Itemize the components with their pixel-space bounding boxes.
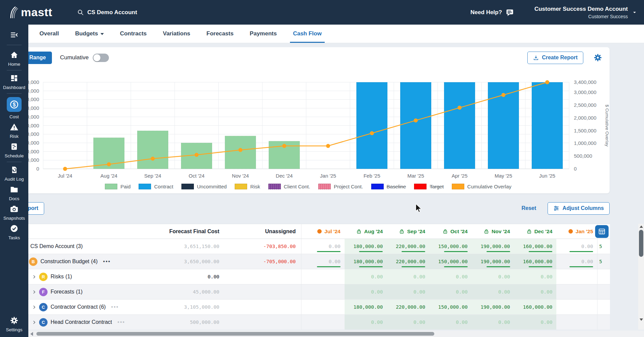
month-cell[interactable]: 180,000.00 bbox=[345, 300, 387, 314]
month-cell[interactable]: 150,000.00 bbox=[429, 300, 472, 314]
month-cell[interactable]: 220,000.00 bbox=[387, 254, 429, 269]
month-cell[interactable] bbox=[301, 315, 345, 330]
legend-item-uncommitted[interactable]: Uncommitted bbox=[181, 184, 227, 189]
column-month[interactable]: Dec '24 bbox=[514, 224, 557, 239]
sidebar-item-snapshots[interactable]: Snapshots bbox=[0, 205, 28, 221]
tab-variations[interactable]: Variations bbox=[162, 25, 191, 43]
month-cell[interactable]: 0.00 bbox=[301, 239, 345, 254]
expand-chevron-icon[interactable] bbox=[30, 290, 38, 294]
horizontal-scrollbar[interactable] bbox=[28, 331, 644, 337]
month-cell[interactable]: 190,000.00 bbox=[472, 239, 514, 254]
row-menu-icon[interactable]: ••• bbox=[117, 319, 125, 325]
tab-overall[interactable]: Overall bbox=[38, 25, 60, 43]
chart-settings-gear-icon[interactable] bbox=[593, 53, 602, 62]
sidebar-item-tasks[interactable]: Tasks bbox=[0, 224, 28, 240]
month-cell[interactable] bbox=[556, 300, 597, 314]
month-cell[interactable] bbox=[301, 284, 345, 299]
month-cell[interactable] bbox=[301, 269, 345, 284]
sidebar-item-audit-log[interactable]: Audit Log bbox=[0, 165, 28, 182]
month-cell[interactable]: 0.00 bbox=[387, 284, 429, 299]
month-cell[interactable]: 180,000.00 bbox=[345, 254, 387, 269]
row-title[interactable]: Risks bbox=[51, 274, 64, 280]
month-cell[interactable]: 0.00 bbox=[472, 315, 514, 330]
sidebar-item-dashboard[interactable]: Dashboard bbox=[0, 74, 28, 90]
tab-payments[interactable]: Payments bbox=[249, 25, 278, 43]
column-month[interactable]: Oct '24 bbox=[429, 224, 472, 239]
expand-chevron-icon[interactable] bbox=[30, 305, 38, 309]
month-cell[interactable]: 190,000.00 bbox=[472, 254, 514, 269]
row-menu-icon[interactable]: ••• bbox=[103, 258, 111, 265]
month-cell[interactable]: 0.00 bbox=[387, 315, 429, 330]
month-cell[interactable]: 0.00 bbox=[514, 315, 557, 330]
table-row[interactable]: P CS Demo Account (3) 3,651,150.00-703,8… bbox=[7, 239, 610, 254]
tab-contracts[interactable]: Contracts bbox=[119, 25, 148, 43]
adjust-columns-button[interactable]: Adjust Columns bbox=[548, 202, 610, 215]
legend-item-cumulative-overlay[interactable]: Cumulative Overlay bbox=[452, 184, 511, 189]
month-cell[interactable]: 220,000.00 bbox=[387, 300, 429, 314]
month-cell[interactable]: 0.00 bbox=[556, 254, 597, 269]
sidebar-item-risk[interactable]: Risk bbox=[0, 123, 28, 139]
vertical-scroll-thumb[interactable] bbox=[639, 230, 643, 257]
month-cell[interactable]: 0.00 bbox=[345, 315, 387, 330]
mastt-logo[interactable]: mastt bbox=[9, 6, 68, 19]
month-cell[interactable]: 0.00 bbox=[429, 284, 472, 299]
sidebar-item-schedule[interactable]: Schedule bbox=[0, 142, 28, 158]
column-forecast-final-cost[interactable]: Forecast Final Cost bbox=[141, 224, 225, 239]
sidebar-item-settings[interactable]: Settings bbox=[0, 316, 28, 332]
legend-item-client-cont-[interactable]: Client Cont. bbox=[268, 184, 310, 189]
month-cell[interactable]: 0.00 bbox=[514, 284, 557, 299]
sidebar-item-docs[interactable]: Docs bbox=[0, 185, 28, 201]
scroll-left-arrow[interactable] bbox=[30, 332, 33, 336]
sidebar-item-home[interactable]: Home bbox=[0, 51, 28, 67]
month-cell[interactable]: 0.00 bbox=[472, 269, 514, 284]
month-cell[interactable]: 160,000.00 bbox=[514, 239, 557, 254]
column-month[interactable]: Nov '24 bbox=[472, 224, 514, 239]
table-row[interactable]: C Contractor Contract (6) ••• 3,105,000.… bbox=[7, 300, 610, 315]
horizontal-scroll-thumb[interactable] bbox=[36, 332, 434, 336]
month-cell[interactable]: 0.00 bbox=[387, 269, 429, 284]
row-title[interactable]: CS Demo Account bbox=[30, 243, 75, 249]
sidebar-item-cost[interactable]: $ Cost bbox=[0, 97, 28, 119]
table-row[interactable]: R Risks (1) 0.00 0.00 0.00 0.00 0.00 0.0… bbox=[7, 269, 610, 284]
legend-item-risk[interactable]: Risk bbox=[235, 184, 260, 189]
month-cell[interactable]: 0.00 bbox=[345, 284, 387, 299]
row-title[interactable]: Head Contractor Contract bbox=[51, 319, 112, 325]
legend-item-paid[interactable]: Paid bbox=[105, 184, 130, 189]
sidebar-collapse-button[interactable] bbox=[10, 31, 19, 39]
scroll-up-arrow[interactable] bbox=[638, 224, 644, 229]
row-menu-icon[interactable]: ••• bbox=[111, 304, 119, 310]
legend-item-baseline[interactable]: Baseline bbox=[371, 184, 406, 189]
table-row[interactable]: F Forecasts (1) 45,000.00 0.00 0.00 0.00… bbox=[7, 284, 610, 300]
create-report-button[interactable]: Create Report bbox=[527, 52, 583, 64]
project-search[interactable]: CS Demo Account bbox=[77, 9, 137, 16]
row-title[interactable]: Forecasts bbox=[51, 289, 74, 295]
column-month[interactable]: Jul '24 bbox=[301, 224, 345, 239]
tab-cash-flow[interactable]: Cash Flow bbox=[292, 25, 323, 43]
table-view-button[interactable] bbox=[595, 225, 609, 238]
month-cell[interactable]: 0.00 bbox=[429, 315, 472, 330]
column-month[interactable]: Sep '24 bbox=[387, 224, 429, 239]
need-help-button[interactable]: Need Help? bbox=[470, 8, 514, 17]
table-row[interactable]: B Construction Budget (4) ••• 3,650,000.… bbox=[7, 254, 610, 269]
month-cell[interactable]: 150,000.00 bbox=[429, 254, 472, 269]
table-row[interactable]: C Head Contractor Contract ••• 500,000.0… bbox=[7, 315, 610, 330]
month-cell[interactable]: 0.00 bbox=[472, 284, 514, 299]
account-menu[interactable]: Customer Success Demo Account Customer S… bbox=[534, 6, 637, 19]
month-cell[interactable]: 160,000.00 bbox=[514, 254, 557, 269]
month-cell[interactable]: 150,000.00 bbox=[429, 239, 472, 254]
month-cell[interactable]: 0.00 bbox=[301, 254, 345, 269]
tab-budgets[interactable]: Budgets bbox=[74, 25, 105, 43]
month-cell[interactable] bbox=[556, 269, 597, 284]
month-cell[interactable]: 0.00 bbox=[345, 269, 387, 284]
month-cell[interactable] bbox=[556, 315, 597, 330]
expand-chevron-icon[interactable] bbox=[30, 275, 38, 279]
month-cell[interactable] bbox=[556, 284, 597, 299]
row-title[interactable]: Contractor Contract (6) bbox=[51, 304, 106, 310]
month-cell[interactable] bbox=[301, 300, 345, 314]
row-title[interactable]: Construction Budget bbox=[40, 258, 89, 265]
legend-item-target[interactable]: Target bbox=[414, 184, 444, 189]
month-cell[interactable]: 190,000.00 bbox=[472, 300, 514, 314]
month-cell[interactable]: 0.00 bbox=[514, 269, 557, 284]
month-cell[interactable]: 180,000.00 bbox=[345, 239, 387, 254]
expand-chevron-icon[interactable] bbox=[30, 320, 38, 325]
